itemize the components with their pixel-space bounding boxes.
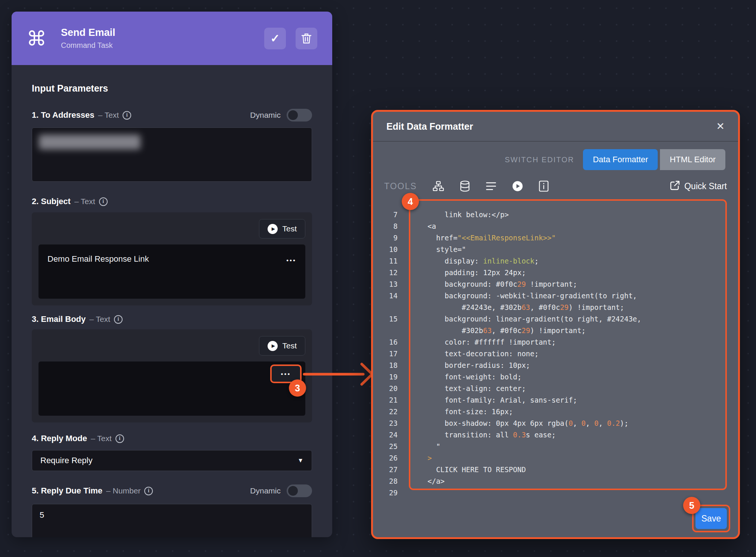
delete-button[interactable] (296, 28, 317, 49)
switch-editor-label: SWITCH EDITOR (505, 156, 574, 164)
dynamic-toggle-reply-due-time[interactable] (287, 484, 312, 497)
confirm-button[interactable]: ✓ (264, 28, 286, 49)
reply-mode-select[interactable]: Require Reply ▼ (32, 450, 312, 471)
reply-due-time-input[interactable]: 5 (32, 504, 312, 537)
redacted-email-value (39, 135, 141, 150)
external-link-icon (670, 181, 680, 192)
param-label: 2. Subject (32, 197, 71, 206)
param-row-to-addresses: 1. To Addresses – Text i Dynamic (32, 109, 312, 121)
email-body-group: ▶ Test ••• 3 (32, 329, 312, 422)
tab-html-editor[interactable]: HTML Editor (660, 149, 725, 170)
param-type: – Text (89, 315, 110, 324)
param-type: – Text (91, 434, 112, 443)
dynamic-label: Dynamic (250, 486, 281, 495)
annotation-step-4: 4 (402, 193, 419, 210)
to-addresses-input[interactable] (32, 127, 312, 182)
info-icon[interactable]: i (99, 197, 108, 206)
param-label: 4. Reply Mode (32, 434, 87, 443)
param-type: – Text (98, 111, 119, 120)
param-row-subject: 2. Subject – Text i (32, 197, 312, 206)
subject-more-button[interactable]: ••• (286, 254, 296, 264)
param-label: 5. Reply Due Time (32, 486, 102, 496)
email-body-test-button[interactable]: ▶ Test (259, 336, 305, 356)
info-document-tool-icon[interactable] (539, 181, 549, 192)
test-button-label: Test (282, 341, 297, 350)
modal-header: Edit Data Formatter ✕ (373, 112, 738, 142)
info-icon[interactable]: i (123, 111, 131, 120)
check-icon: ✓ (270, 32, 280, 45)
chevron-down-icon: ▼ (297, 457, 303, 464)
subject-test-button[interactable]: ▶ Test (259, 219, 305, 239)
tools-bar: TOOLS (373, 181, 738, 192)
code-gutter: 7891011121314151617181920212223242526272… (373, 209, 398, 499)
edit-data-formatter-modal: Edit Data Formatter ✕ SWITCH EDITOR Data… (371, 110, 740, 539)
subject-value: Demo Email Response Link (47, 254, 149, 264)
info-icon[interactable]: i (114, 315, 123, 324)
param-type: – Number (106, 486, 141, 495)
param-row-reply-due-time: 5. Reply Due Time – Number i Dynamic (32, 484, 312, 497)
reply-mode-value: Require Reply (40, 456, 92, 465)
play-tool-icon[interactable] (512, 181, 523, 192)
annotation-step-3: 3 (289, 379, 306, 397)
param-type: – Text (74, 197, 95, 206)
close-icon[interactable]: ✕ (716, 121, 725, 132)
code-highlight-box: link below:</p><a href="<<EmailResponseL… (409, 199, 727, 490)
param-label: 1. To Addresses (32, 110, 95, 120)
param-row-email-body: 3. Email Body – Text i (32, 314, 312, 324)
dynamic-label: Dynamic (250, 111, 281, 120)
email-body-more-button[interactable]: ••• (281, 371, 291, 377)
editor-switcher: SWITCH EDITOR Data Formatter HTML Editor (373, 149, 738, 170)
command-icon: ⌘ (27, 28, 47, 49)
test-button-label: Test (282, 224, 297, 233)
modal-title: Edit Data Formatter (386, 121, 473, 132)
task-config-panel: ⌘ Send Email Command Task ✓ Input Parame… (12, 12, 332, 537)
play-icon: ▶ (268, 341, 278, 351)
tools-label: TOOLS (384, 181, 417, 191)
subject-input[interactable]: Demo Email Response Link ••• (38, 244, 305, 299)
info-icon[interactable]: i (144, 487, 153, 495)
annotation-step-5: 5 (683, 497, 700, 514)
code-editor: 7891011121314151617181920212223242526272… (373, 199, 738, 495)
info-icon[interactable]: i (115, 434, 124, 443)
task-header: ⌘ Send Email Command Task ✓ (12, 12, 332, 65)
quick-start-label: Quick Start (684, 181, 727, 191)
subject-group: ▶ Test Demo Email Response Link ••• (32, 212, 312, 305)
hierarchy-tool-icon[interactable] (433, 181, 444, 191)
trash-icon (301, 33, 312, 44)
reply-due-time-value: 5 (40, 510, 44, 520)
list-tool-icon[interactable] (486, 181, 496, 191)
save-button[interactable]: Save (695, 508, 727, 529)
code-rows[interactable]: link below:</p><a href="<<EmailResponseL… (410, 201, 725, 499)
input-parameters-title: Input Parameters (32, 83, 312, 94)
email-body-input[interactable]: ••• 3 (38, 361, 305, 416)
play-icon: ▶ (268, 224, 278, 234)
save-area: 5 Save (695, 508, 727, 529)
param-label: 3. Email Body (32, 314, 86, 324)
param-row-reply-mode: 4. Reply Mode – Text i (32, 434, 312, 443)
tab-data-formatter[interactable]: Data Formatter (583, 149, 658, 170)
quick-start-link[interactable]: Quick Start (670, 181, 727, 192)
database-tool-icon[interactable] (460, 181, 470, 192)
task-subtitle: Command Task (61, 41, 254, 50)
task-title: Send Email (61, 27, 254, 39)
dynamic-toggle-to-addresses[interactable] (287, 109, 312, 121)
email-body-more-button-highlight: ••• 3 (270, 364, 302, 383)
